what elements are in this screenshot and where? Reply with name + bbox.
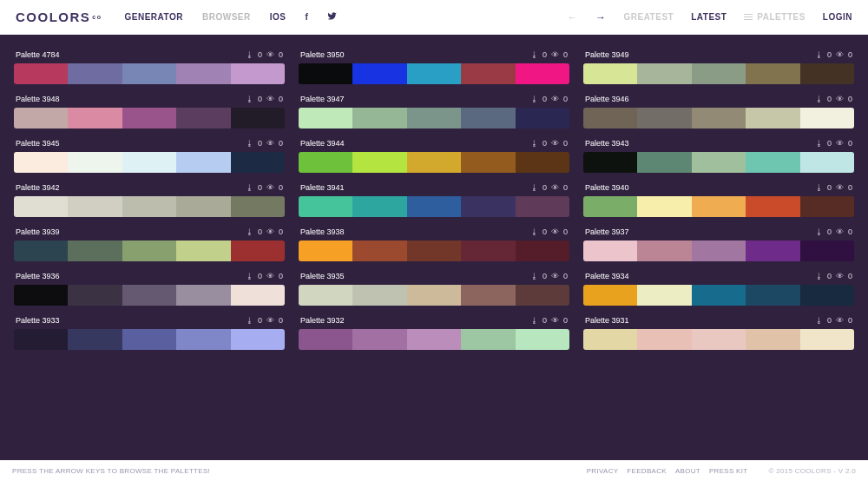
nav-login[interactable]: LOGIN <box>823 12 852 22</box>
color-swatch[interactable] <box>176 240 230 261</box>
views-icon[interactable]: 👁 <box>551 95 559 103</box>
color-swatch[interactable] <box>231 152 285 173</box>
footer-privacy[interactable]: PRIVACY <box>587 467 619 475</box>
nav-generator[interactable]: GENERATOR <box>125 12 183 22</box>
color-swatch[interactable] <box>516 196 569 217</box>
views-icon[interactable]: 👁 <box>266 272 274 280</box>
color-swatch[interactable] <box>122 152 176 173</box>
footer-feedback[interactable]: FEEDBACK <box>627 467 667 475</box>
color-swatch[interactable] <box>461 196 515 217</box>
color-swatch[interactable] <box>583 240 637 261</box>
palette-card[interactable]: Palette 3935⭳0👁0 <box>299 267 569 306</box>
color-swatch[interactable] <box>231 285 285 306</box>
color-swatch[interactable] <box>68 152 122 173</box>
color-swatch[interactable] <box>407 285 461 306</box>
download-icon[interactable]: ⭳ <box>530 316 538 325</box>
color-swatch[interactable] <box>407 152 461 173</box>
color-swatch[interactable] <box>352 63 406 84</box>
views-icon[interactable]: 👁 <box>551 50 559 59</box>
color-swatch[interactable] <box>68 329 122 350</box>
twitter-icon[interactable] <box>327 11 337 23</box>
color-swatch[interactable] <box>14 152 68 173</box>
color-swatch[interactable] <box>14 63 68 84</box>
color-swatch[interactable] <box>637 63 691 84</box>
download-icon[interactable]: ⭳ <box>246 139 253 148</box>
color-swatch[interactable] <box>583 108 637 128</box>
color-swatch[interactable] <box>637 196 691 217</box>
color-swatch[interactable] <box>14 285 68 306</box>
color-swatch[interactable] <box>352 196 406 217</box>
palette-card[interactable]: Palette 3940⭳0👁0 <box>583 178 854 217</box>
palette-card[interactable]: Palette 3937⭳0👁0 <box>583 222 854 261</box>
views-icon[interactable]: 👁 <box>551 316 559 325</box>
views-icon[interactable]: 👁 <box>551 183 559 192</box>
color-swatch[interactable] <box>14 108 68 128</box>
color-swatch[interactable] <box>637 240 691 261</box>
color-swatch[interactable] <box>176 63 230 84</box>
color-swatch[interactable] <box>516 285 569 306</box>
palette-card[interactable]: Palette 3939⭳0👁0 <box>14 222 285 261</box>
color-swatch[interactable] <box>516 329 569 350</box>
download-icon[interactable]: ⭳ <box>246 272 253 280</box>
color-swatch[interactable] <box>583 63 637 84</box>
color-swatch[interactable] <box>14 240 68 261</box>
color-swatch[interactable] <box>461 240 515 261</box>
views-icon[interactable]: 👁 <box>266 139 274 148</box>
views-icon[interactable]: 👁 <box>836 50 844 59</box>
download-icon[interactable]: ⭳ <box>815 316 823 325</box>
color-swatch[interactable] <box>299 240 352 261</box>
color-swatch[interactable] <box>516 240 569 261</box>
palette-card[interactable]: Palette 3933⭳0👁0 <box>14 311 285 350</box>
color-swatch[interactable] <box>692 63 746 84</box>
color-swatch[interactable] <box>800 285 854 306</box>
color-swatch[interactable] <box>68 108 122 128</box>
color-swatch[interactable] <box>800 240 854 261</box>
palette-card[interactable]: Palette 3931⭳0👁0 <box>583 311 854 350</box>
color-swatch[interactable] <box>176 108 230 128</box>
color-swatch[interactable] <box>637 152 691 173</box>
color-swatch[interactable] <box>352 240 406 261</box>
color-swatch[interactable] <box>583 329 637 350</box>
color-swatch[interactable] <box>692 152 746 173</box>
views-icon[interactable]: 👁 <box>266 227 274 236</box>
color-swatch[interactable] <box>516 152 569 173</box>
color-swatch[interactable] <box>231 63 285 84</box>
palette-card[interactable]: Palette 3941⭳0👁0 <box>299 178 569 217</box>
download-icon[interactable]: ⭳ <box>815 139 823 148</box>
download-icon[interactable]: ⭳ <box>815 50 823 59</box>
color-swatch[interactable] <box>746 196 799 217</box>
palette-card[interactable]: Palette 3947⭳0👁0 <box>299 89 569 128</box>
palette-card[interactable]: Palette 3945⭳0👁0 <box>14 134 285 173</box>
color-swatch[interactable] <box>122 108 176 128</box>
download-icon[interactable]: ⭳ <box>815 227 823 236</box>
palette-card[interactable]: Palette 3938⭳0👁0 <box>299 222 569 261</box>
views-icon[interactable]: 👁 <box>551 272 559 280</box>
color-swatch[interactable] <box>407 329 461 350</box>
download-icon[interactable]: ⭳ <box>246 95 253 103</box>
nav-browser[interactable]: BROWSER <box>202 12 251 22</box>
color-swatch[interactable] <box>68 196 122 217</box>
color-swatch[interactable] <box>176 329 230 350</box>
download-icon[interactable]: ⭳ <box>530 272 538 280</box>
color-swatch[interactable] <box>231 240 285 261</box>
nav-latest[interactable]: LATEST <box>691 12 727 22</box>
color-swatch[interactable] <box>692 329 746 350</box>
nav-ios[interactable]: IOS <box>270 12 286 22</box>
color-swatch[interactable] <box>746 108 799 128</box>
color-swatch[interactable] <box>176 152 230 173</box>
views-icon[interactable]: 👁 <box>836 95 844 103</box>
download-icon[interactable]: ⭳ <box>530 95 538 103</box>
color-swatch[interactable] <box>176 196 230 217</box>
color-swatch[interactable] <box>583 152 637 173</box>
download-icon[interactable]: ⭳ <box>815 95 823 103</box>
download-icon[interactable]: ⭳ <box>815 272 823 280</box>
color-swatch[interactable] <box>746 152 799 173</box>
color-swatch[interactable] <box>68 63 122 84</box>
color-swatch[interactable] <box>407 63 461 84</box>
color-swatch[interactable] <box>800 329 854 350</box>
color-swatch[interactable] <box>461 285 515 306</box>
color-swatch[interactable] <box>299 285 352 306</box>
download-icon[interactable]: ⭳ <box>246 183 253 192</box>
color-swatch[interactable] <box>800 108 854 128</box>
palette-card[interactable]: Palette 3950⭳0👁0 <box>299 45 569 84</box>
